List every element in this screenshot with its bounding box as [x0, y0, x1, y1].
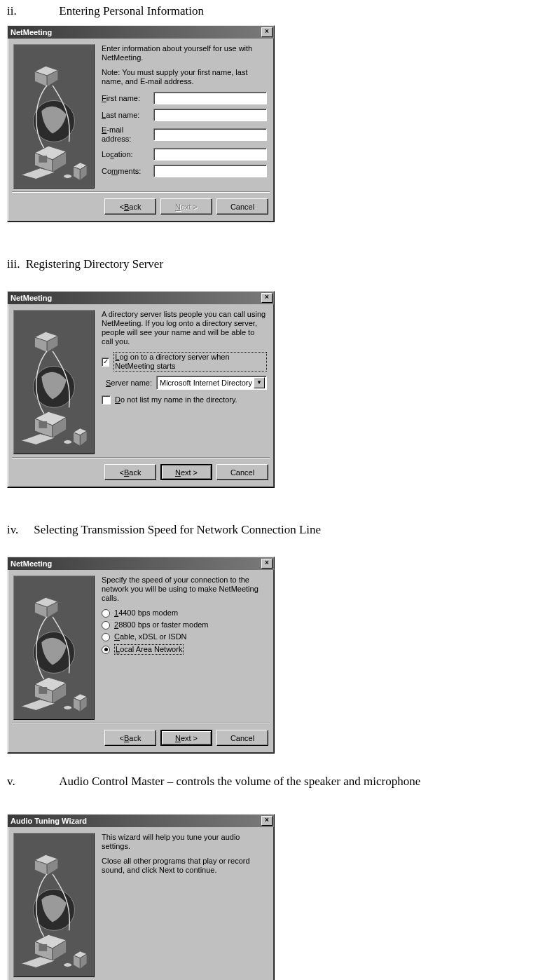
window-title: NetMeeting [11, 559, 261, 568]
titlebar: Audio Tuning Wizard × [8, 815, 274, 827]
intro-text: Enter information about yourself for use… [102, 44, 267, 62]
radio-lan[interactable] [102, 646, 110, 654]
first-name-label: First name: [102, 94, 153, 103]
email-input[interactable] [153, 128, 267, 141]
window-title: NetMeeting [11, 28, 261, 36]
nolist-checkbox[interactable] [102, 395, 111, 404]
location-label: Location: [102, 150, 153, 159]
note-text: Note: You must supply your first name, l… [102, 68, 267, 86]
intro-text: Specify the speed of your connection to … [102, 576, 267, 603]
audio-line1: This wizard will help you tune your audi… [102, 833, 267, 851]
caption-iii: iii. Registering Directory Server [7, 257, 531, 271]
chevron-down-icon[interactable]: ▼ [254, 377, 265, 388]
intro-text: A directory server lists people you can … [102, 310, 267, 346]
back-button[interactable]: < Back [104, 730, 156, 746]
close-button[interactable]: × [261, 816, 273, 826]
next-button[interactable]: Next > [160, 198, 212, 215]
close-button[interactable]: × [261, 27, 273, 37]
logon-checkbox[interactable] [102, 358, 109, 367]
radio-28800[interactable] [102, 621, 110, 629]
radio-14400[interactable] [102, 609, 110, 618]
titlebar: NetMeeting × [8, 292, 274, 304]
comments-label: Comments: [102, 167, 153, 176]
titlebar: NetMeeting × [8, 557, 274, 570]
back-button[interactable]: < Back [104, 198, 156, 215]
cancel-button[interactable]: Cancel [216, 198, 268, 215]
wizard-graphic [13, 44, 95, 189]
location-input[interactable] [153, 148, 267, 161]
cancel-button[interactable]: Cancel [216, 464, 268, 480]
radio-lan-label: Local Area Network [114, 644, 184, 655]
caption-v: v. Audio Control Master – controls the v… [7, 775, 531, 789]
close-button[interactable]: × [261, 559, 273, 569]
caption-iv: iv. Selecting Transmission Speed for Net… [7, 523, 531, 537]
logon-checkbox-label: Log on to a directory server when NetMee… [113, 352, 267, 372]
dialog-audio-wizard: Audio Tuning Wizard × This wizard will h… [7, 814, 275, 980]
caption-ii: ii. Entering Personal Information [7, 4, 531, 18]
server-name-combo[interactable]: Microsoft Internet Directory ▼ [156, 376, 267, 390]
radio-cable[interactable] [102, 633, 110, 641]
email-label: E-mail address: [102, 125, 153, 144]
titlebar: NetMeeting × [8, 26, 274, 39]
next-button[interactable]: Next > [160, 730, 212, 746]
radio-14400-label: 14400 bps modem [114, 608, 178, 618]
window-title: Audio Tuning Wizard [11, 817, 261, 825]
audio-line2: Close all other programs that play or re… [102, 857, 267, 875]
last-name-label: Last name: [102, 111, 153, 120]
wizard-graphic [13, 576, 95, 720]
window-title: NetMeeting [11, 294, 261, 302]
wizard-graphic [13, 833, 95, 977]
last-name-input[interactable] [153, 109, 267, 121]
radio-28800-label: 28800 bps or faster modem [114, 620, 209, 629]
close-button[interactable]: × [261, 293, 273, 303]
next-button[interactable]: Next > [160, 464, 212, 480]
wizard-graphic [13, 310, 95, 454]
dialog-connection-speed: NetMeeting × Specify the speed of your c… [7, 557, 275, 754]
first-name-input[interactable] [153, 92, 267, 104]
cancel-button[interactable]: Cancel [216, 730, 268, 746]
comments-input[interactable] [153, 165, 267, 177]
dialog-personal-info: NetMeeting × Enter information about you… [7, 25, 275, 222]
dialog-directory-server: NetMeeting × A directory server lists pe… [7, 291, 275, 488]
nolist-checkbox-label: Do not list my name in the directory. [115, 395, 237, 404]
server-name-label: Server name: [102, 379, 156, 388]
radio-cable-label: Cable, xDSL or ISDN [114, 632, 187, 641]
back-button[interactable]: < Back [104, 464, 156, 480]
